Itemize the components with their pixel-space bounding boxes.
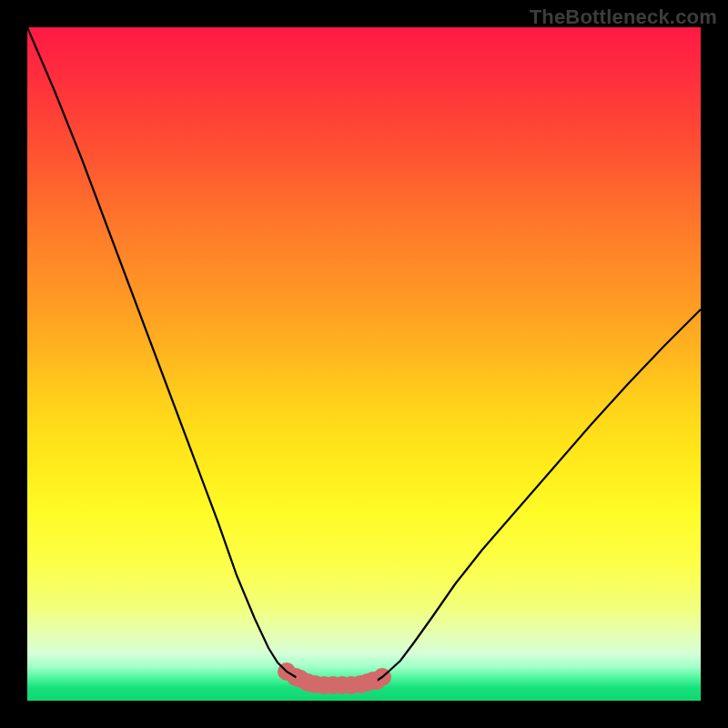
plot-area: [27, 27, 701, 701]
chart-frame: TheBottleneck.com: [0, 0, 728, 728]
chart-svg: [27, 27, 701, 701]
watermark-text: TheBottleneck.com: [530, 5, 717, 29]
left-curve: [27, 27, 302, 681]
right-curve: [373, 309, 701, 682]
